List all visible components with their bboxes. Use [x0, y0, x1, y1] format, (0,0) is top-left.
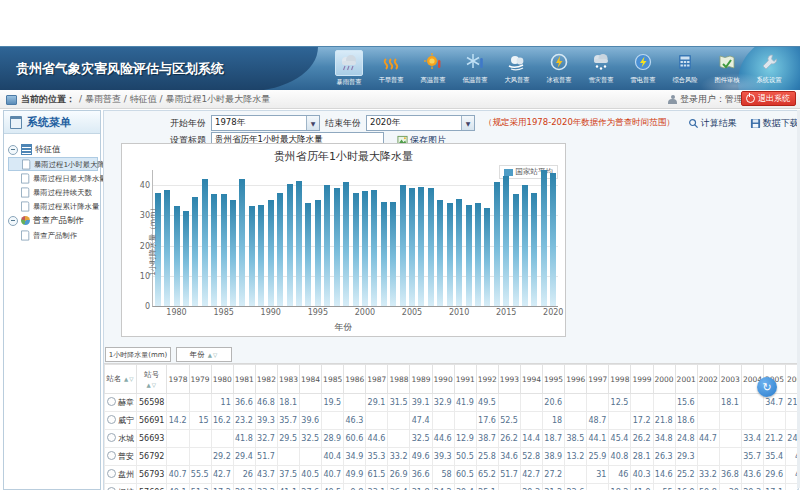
value-cell: 32.5 — [300, 430, 322, 448]
toolbar-item-hail[interactable]: 冰雹普查 — [538, 50, 580, 87]
table-year-group-header[interactable]: 年份 ▲▽ — [176, 347, 232, 362]
sidebar-group-1[interactable]: 普查产品制作 — [8, 213, 98, 228]
calc-result-button[interactable]: 计算结果 — [688, 117, 737, 130]
station-name-header[interactable]: 站名 ▲▽ — [105, 365, 137, 394]
radio-button[interactable] — [107, 415, 116, 424]
sidebar-item[interactable]: 暴雨过程1小时最大降水量 — [8, 157, 98, 171]
value-cell: 55.5 — [189, 466, 211, 484]
value-cell: 31.8 — [410, 484, 432, 491]
toolbar-item-snow[interactable]: 雪灾普查 — [580, 50, 622, 87]
year-header-1980[interactable]: 1980 — [211, 365, 233, 394]
year-header-1978[interactable]: 1978 — [167, 365, 189, 394]
year-header-2003[interactable]: 2003 — [719, 365, 741, 394]
year-header-1994[interactable]: 1994 — [520, 365, 542, 394]
sidebar-item[interactable]: 暴雨过程日最大降水量 — [8, 171, 98, 185]
year-header-1995[interactable]: 1995 — [543, 365, 565, 394]
radio-button[interactable] — [107, 397, 116, 406]
radio-button[interactable] — [107, 487, 116, 490]
radio-button[interactable] — [107, 451, 116, 460]
toolbar-item-wind[interactable]: 大风普查 — [496, 50, 538, 87]
year-header-1997[interactable]: 1997 — [587, 365, 609, 394]
radio-button[interactable] — [107, 433, 116, 442]
year-header-1981[interactable]: 1981 — [233, 365, 255, 394]
sidebar-item[interactable]: 暴雨过程持续天数 — [8, 185, 98, 199]
bar-year-1991 — [277, 193, 283, 306]
value-cell: 18.7 — [543, 430, 565, 448]
year-header-1986[interactable]: 1986 — [344, 365, 366, 394]
table-row[interactable]: 普安5679229.229.451.740.434.935.333.249.63… — [105, 448, 798, 466]
sidebar-item[interactable]: 普查产品制作 — [8, 228, 98, 242]
year-header-1996[interactable]: 1996 — [565, 365, 587, 394]
expander-icon[interactable] — [8, 216, 18, 226]
year-header-1979[interactable]: 1979 — [189, 365, 211, 394]
bar-year-2016 — [513, 194, 519, 306]
toolbar-item-lightning[interactable]: 雷电普查 — [622, 50, 664, 87]
sidebar-group-0[interactable]: 特征值 — [8, 142, 98, 157]
year-header-1984[interactable]: 1984 — [300, 365, 322, 394]
year-header-1983[interactable]: 1983 — [277, 365, 299, 394]
year-header-1990[interactable]: 1990 — [432, 365, 454, 394]
year-header-2002[interactable]: 2002 — [697, 365, 719, 394]
value-cell: 40.3 — [631, 466, 653, 484]
data-download-button[interactable]: 数据下载 — [750, 117, 799, 130]
toolbar-item-drought[interactable]: 干旱普查 — [370, 50, 412, 87]
year-header-1993[interactable]: 1993 — [498, 365, 520, 394]
end-year-select[interactable]: 2020年 ▼ — [366, 115, 475, 131]
year-header-1987[interactable]: 1987 — [366, 365, 388, 394]
toolbar-item-cold[interactable]: 低温普查 — [454, 50, 496, 87]
value-cell: 29.6 — [763, 466, 785, 484]
data-table-wrap[interactable]: 站名 ▲▽站号 ▲▽197819791980198119821983198419… — [104, 363, 797, 490]
year-header-2006[interactable]: 2006 — [786, 365, 797, 394]
toolbar-item-settings[interactable]: 系统设置 — [748, 50, 790, 87]
sidebar-item[interactable]: 暴雨过程累计降水量 — [8, 199, 98, 213]
bar-year-1999 — [353, 193, 359, 306]
value-cell — [432, 412, 454, 430]
bar-year-1990 — [268, 200, 274, 306]
toolbar-item-heat[interactable]: 高温普查 — [412, 50, 454, 87]
year-header-1998[interactable]: 1998 — [609, 365, 631, 394]
year-header-1999[interactable]: 1999 — [631, 365, 653, 394]
sort-icons[interactable]: ▲▽ — [208, 352, 218, 358]
value-cell: 23.6 — [565, 484, 587, 491]
value-cell: 41.9 — [454, 394, 476, 412]
bar-year-1994 — [305, 203, 311, 306]
value-cell: 24.8 — [675, 430, 697, 448]
toolbar-item-rainstorm[interactable]: 暴雨普查 — [328, 50, 370, 87]
value-cell: 16.9 — [675, 484, 697, 491]
table-row[interactable]: 桐梓5760640.151.317.228.233.241.127.640.59… — [105, 484, 798, 491]
radio-button[interactable] — [107, 469, 116, 478]
year-header-2000[interactable]: 2000 — [653, 365, 675, 394]
year-header-1991[interactable]: 1991 — [454, 365, 476, 394]
chevron-down-icon[interactable]: ▼ — [306, 116, 319, 130]
value-cell: 60.5 — [454, 466, 476, 484]
expander-icon[interactable] — [8, 145, 18, 155]
year-header-1989[interactable]: 1989 — [410, 365, 432, 394]
station-id-header[interactable]: 站号 ▲▽ — [137, 365, 167, 394]
bar-year-1979 — [164, 190, 170, 306]
settings-icon — [756, 50, 782, 74]
value-cell: 44.6 — [366, 430, 388, 448]
table-row[interactable]: 水城5669341.832.729.532.528.960.644.632.54… — [105, 430, 798, 448]
table-row[interactable]: 盘州5679340.755.542.72643.737.540.540.749.… — [105, 466, 798, 484]
value-cell — [719, 448, 741, 466]
chevron-down-icon[interactable]: ▼ — [461, 116, 474, 130]
toolbar-item-composite-risk[interactable]: 综合风险 — [664, 50, 706, 87]
year-header-1985[interactable]: 1985 — [322, 365, 344, 394]
value-cell: 42.7 — [211, 466, 233, 484]
table-row[interactable]: 赫章565981136.646.818.119.529.131.539.132.… — [105, 394, 798, 412]
value-cell: 17.1 — [763, 484, 785, 491]
year-header-1982[interactable]: 1982 — [255, 365, 277, 394]
logout-button[interactable]: 退出系统 — [741, 91, 796, 106]
start-year-select[interactable]: 1978年 ▼ — [211, 115, 320, 131]
toolbar-item-map-review[interactable]: 图件审核 — [706, 50, 748, 87]
year-header-1992[interactable]: 1992 — [476, 365, 498, 394]
floating-refresh-icon[interactable]: ↻ — [757, 377, 777, 397]
year-header-1988[interactable]: 1988 — [388, 365, 410, 394]
app-header: 贵州省气象灾害风险评估与区划系统 暴雨普查干旱普查高温普查低温普查大风普查冰雹普… — [0, 46, 800, 91]
value-cell — [189, 394, 211, 412]
value-cell: 26 — [233, 466, 255, 484]
bar-year-2011 — [466, 205, 472, 306]
table-row[interactable]: 威宁5669114.21516.223.239.335.739.646.347.… — [105, 412, 798, 430]
year-header-2001[interactable]: 2001 — [675, 365, 697, 394]
value-cell: 26.9 — [388, 466, 410, 484]
